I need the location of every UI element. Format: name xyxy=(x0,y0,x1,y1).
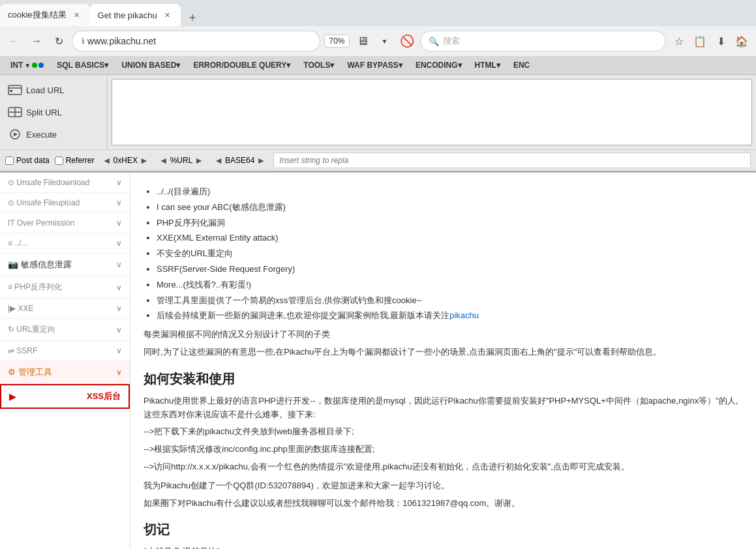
sidebar-dotdot-label: ≡ ../... xyxy=(8,239,27,248)
sidebar-item-fileupload[interactable]: ⊙ Unsafe Fileupload ∨ xyxy=(0,193,130,213)
main-layout: ⊙ Unsafe Filedownload ∨ ⊙ Unsafe Fileupl… xyxy=(0,173,756,549)
menu-encoding[interactable]: ENCODING▾ xyxy=(410,59,467,72)
info-icon: ℹ xyxy=(82,37,85,46)
tab-pikachu-label: Get the pikachu xyxy=(98,10,157,20)
install-step2: -->根据实际情况修改inc/config.inc.php里面的数据库连接配置; xyxy=(144,443,743,456)
sidebar-xss-label: XSS后台 xyxy=(87,391,121,402)
refresh-button[interactable]: ↻ xyxy=(50,32,68,50)
search-icon: 🔍 xyxy=(429,37,439,46)
url-input-area[interactable] xyxy=(112,79,752,145)
hackbar-bottom: Post data Referrer ◄ 0xHEX ► ◄ %URL ► ◄ … xyxy=(0,149,756,172)
list-item: 后续会持续更新一些新的漏洞进来,也欢迎你提交漏洞案例给我,最新版本请关注pika… xyxy=(157,309,743,323)
network-dropdown[interactable]: ▼ xyxy=(376,32,394,50)
new-tab-button[interactable]: ＋ xyxy=(183,8,202,26)
list-item: XXE(XML External Entity attack) xyxy=(157,231,743,245)
referrer-checkbox[interactable] xyxy=(55,156,63,165)
install-title: 如何安装和使用 xyxy=(144,368,743,389)
execute-action[interactable]: Execute xyxy=(4,125,103,144)
address-bar: ← → ↻ ℹ www.pikachu.net 70% 🖥 ▼ 🚫 🔍 搜索 ☆… xyxy=(0,26,756,56)
menu-html[interactable]: HTML▾ xyxy=(470,59,506,72)
execute-label: Execute xyxy=(26,130,57,140)
menu-tools[interactable]: TOOLS▾ xyxy=(298,59,339,72)
base64-decode-btn[interactable]: ◄ BASE64 ► xyxy=(211,154,268,167)
reader-icon[interactable]: 📋 xyxy=(691,32,709,50)
feature-list: ../../(目录遍历) I can see your ABC(敏感信息泄露) … xyxy=(144,185,743,323)
dot-blue xyxy=(38,63,44,68)
tools-chevron: ∨ xyxy=(116,368,122,377)
referrer-label: Referrer xyxy=(66,156,95,165)
sidebar-item-php[interactable]: ≡ PHP反序列化 ∨ xyxy=(0,276,130,299)
url-decode-btn[interactable]: ◄ %URL ► xyxy=(157,154,206,167)
base64-left-arrow: ◄ xyxy=(214,155,223,166)
block-icon: 🚫 xyxy=(398,32,416,50)
tab-cookie[interactable]: cookie搜集结果 ✕ xyxy=(0,4,90,26)
install-step1: -->把下载下来的pikachu文件夹放到web服务器根目录下; xyxy=(144,425,743,439)
bookmark-icon[interactable]: ☆ xyxy=(670,32,688,50)
sidebar-item-permission[interactable]: IT Over Permission ∨ xyxy=(0,213,130,233)
hex-label: 0xHEX xyxy=(113,156,138,165)
filedownload-chevron: ∨ xyxy=(116,178,122,187)
back-button[interactable]: ← xyxy=(5,32,23,50)
tab-pikachu-close[interactable]: ✕ xyxy=(162,10,173,20)
sidebar-item-ssrf[interactable]: ⇌ SSRF ∨ xyxy=(0,341,130,361)
search-box[interactable]: 🔍 搜索 xyxy=(420,31,666,52)
menu-enc[interactable]: ENC xyxy=(508,59,535,72)
sidebar-xxe-label: |▶ XXE xyxy=(8,304,33,313)
split-url-action[interactable]: Split URL xyxy=(4,102,103,122)
load-url-action[interactable]: Load URL xyxy=(4,80,103,100)
list-item: 管理工具里面提供了一个简易的xss管理后台,供你测试钓鱼和搜cookie~ xyxy=(157,294,743,308)
sidebar-item-xxe[interactable]: |▶ XXE ∨ xyxy=(0,299,130,319)
list-item: I can see your ABC(敏感信息泄露) xyxy=(157,201,743,215)
sidebar-redirect-label: ↻ URL重定向 xyxy=(8,324,55,335)
ssrf-chevron: ∨ xyxy=(116,346,122,355)
hackbar-tools: Load URL Split URL Execute xyxy=(0,75,756,149)
zoom-badge: 70% xyxy=(324,35,349,48)
menu-int[interactable]: INT ▼ xyxy=(5,59,49,72)
address-text: www.pikachu.net xyxy=(87,36,156,46)
menu-waf-bypass[interactable]: WAF BYPASS▾ xyxy=(342,59,407,72)
url-right-arrow: ► xyxy=(194,155,204,166)
dotdot-chevron: ∨ xyxy=(116,239,122,248)
sidebar-item-redirect[interactable]: ↻ URL重定向 ∨ xyxy=(0,319,130,341)
forward-button[interactable]: → xyxy=(27,32,46,50)
sidebar-item-dotdot[interactable]: ≡ ../... ∨ xyxy=(0,233,130,254)
sidebar-permission-label: IT Over Permission xyxy=(8,218,74,228)
list-item: SSRF(Server-Side Request Forgery) xyxy=(157,263,743,276)
sidebar-php-label: ≡ PHP反序列化 xyxy=(8,282,62,293)
para1: 每类漏洞根据不同的情况又分别设计了不同的子类 xyxy=(144,328,743,342)
dot-green xyxy=(32,63,37,68)
list-item: PHP反序列化漏洞 xyxy=(157,216,743,230)
load-url-icon xyxy=(8,83,22,97)
post-data-check[interactable]: Post data xyxy=(5,156,50,165)
hex-right-arrow: ► xyxy=(140,155,149,166)
referrer-check[interactable]: Referrer xyxy=(55,156,95,165)
hex-decode-btn[interactable]: ◄ 0xHEX ► xyxy=(100,154,151,167)
sidebar-item-sensitive[interactable]: 📷 敏感信息泄露 ∨ xyxy=(0,254,130,276)
sidebar-item-xss[interactable]: ▶ XSS后台 xyxy=(0,384,130,409)
xxe-chevron: ∨ xyxy=(116,304,122,313)
svg-marker-4 xyxy=(14,132,18,136)
sidebar-sensitive-label: 📷 敏感信息泄露 xyxy=(8,259,72,271)
sidebar-fileupload-label: ⊙ Unsafe Fileupload xyxy=(8,198,80,207)
para2: 同时,为了让这些漏洞的有意思一些,在Pikachu平台上为每个漏洞都设计了一些小… xyxy=(144,346,743,359)
menu-sql-basics[interactable]: SQL BASICS▾ xyxy=(52,59,113,72)
list-item: More...(找找看?..有彩蛋!) xyxy=(157,278,743,292)
search-placeholder: 搜索 xyxy=(443,35,460,47)
post-data-checkbox[interactable] xyxy=(5,156,14,165)
pikachu-link-1[interactable]: pikachu xyxy=(449,310,479,320)
sidebar-item-tools[interactable]: ⚙ 管理工具 ∨ xyxy=(0,361,130,384)
home-icon[interactable]: 🏠 xyxy=(733,32,751,50)
list-item: ../../(目录遍历) xyxy=(157,185,743,199)
download-icon[interactable]: ⬇ xyxy=(712,32,730,50)
menu-error-double[interactable]: ERROR/DOUBLE QUERY▾ xyxy=(188,59,295,72)
sidebar-item-filedownload[interactable]: ⊙ Unsafe Filedownload ∨ xyxy=(0,173,130,193)
install-p1: Pikachu使用世界上最好的语言PHP进行开发--，数据库使用的是mysql，… xyxy=(144,394,743,422)
tab-cookie-close[interactable]: ✕ xyxy=(72,10,82,20)
tab-pikachu[interactable]: Get the pikachu ✕ xyxy=(90,4,181,26)
address-input[interactable]: ℹ www.pikachu.net xyxy=(72,31,320,52)
hackbar-menu: INT ▼ SQL BASICS▾ UNION BASED▾ ERROR/DOU… xyxy=(0,56,756,75)
sidebar: ⊙ Unsafe Filedownload ∨ ⊙ Unsafe Fileupl… xyxy=(0,173,130,549)
redirect-chevron: ∨ xyxy=(116,325,122,334)
insert-string-input[interactable] xyxy=(273,153,751,168)
menu-union-based[interactable]: UNION BASED▾ xyxy=(116,59,185,72)
